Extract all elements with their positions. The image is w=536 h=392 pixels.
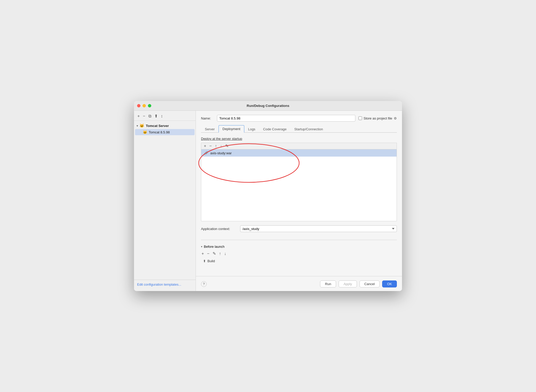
run-button[interactable]: Run (320, 280, 336, 287)
bl-edit-button[interactable]: ✎ (212, 251, 216, 256)
apply-button[interactable]: Apply (339, 280, 357, 287)
store-row: Store as project file ⚙ (358, 116, 397, 120)
deploy-move-down-button[interactable]: ↓ (220, 144, 223, 148)
maximize-button[interactable] (148, 104, 151, 107)
deploy-remove-button[interactable]: − (209, 144, 212, 148)
before-launch-section: ▾ Before launch + − ✎ ↑ ↓ ⬆ Build (201, 245, 397, 264)
deployment-section: Deploy at the server startup + − ↑ ↓ ✎ 🔗… (201, 137, 397, 221)
cancel-button[interactable]: Cancel (359, 280, 380, 287)
name-label: Name: (201, 116, 214, 120)
divider (201, 240, 397, 240)
name-row: Name: Store as project file ⚙ (201, 115, 397, 122)
name-input[interactable] (217, 115, 355, 122)
before-launch-toolbar: + − ✎ ↑ ↓ (201, 251, 397, 257)
tab-code-coverage[interactable]: Code Coverage (259, 125, 290, 133)
deploy-list-wrapper: 🔗 axis-study:war (201, 149, 397, 221)
build-icon: ⬆ (203, 259, 206, 263)
deploy-toolbar: + − ↑ ↓ ✎ (201, 143, 397, 149)
bl-add-button[interactable]: + (201, 251, 204, 256)
context-label: Application context: (201, 227, 237, 231)
before-launch-chevron-icon: ▾ (201, 245, 202, 248)
deploy-move-up-button[interactable]: ↑ (214, 144, 217, 148)
window-body: + − ⧉ ⬆ ↕ ▾ 🐱 Tomcat Server 🐱 Tomcat 8.5… (134, 111, 402, 291)
before-launch-header[interactable]: ▾ Before launch (201, 245, 397, 249)
sidebar-footer: Edit configuration templates... (134, 280, 196, 289)
help-icon: ? (203, 282, 205, 286)
gear-icon[interactable]: ⚙ (394, 116, 397, 120)
deploy-add-button[interactable]: + (203, 144, 207, 148)
sidebar: + − ⧉ ⬆ ↕ ▾ 🐱 Tomcat Server 🐱 Tomcat 8.5… (134, 111, 196, 291)
tomcat-item-icon: 🐱 (143, 130, 147, 134)
tabs-bar: Server Deployment Logs Code Coverage Sta… (201, 125, 397, 133)
move-config-button[interactable]: ⬆ (154, 114, 158, 118)
window-controls (137, 104, 151, 107)
tab-logs[interactable]: Logs (244, 125, 259, 133)
tab-server[interactable]: Server (201, 125, 219, 133)
sidebar-item-tomcat[interactable]: 🐱 Tomcat 8.5.98 (135, 129, 195, 135)
remove-config-button[interactable]: − (142, 114, 146, 118)
war-icon: 🔗 (204, 151, 208, 155)
sidebar-item-tomcat-label: Tomcat 8.5.98 (149, 130, 170, 134)
tomcat-server-group: ▾ 🐱 Tomcat Server 🐱 Tomcat 8.5.98 (134, 122, 196, 136)
tomcat-group-icon: 🐱 (139, 123, 144, 128)
context-select[interactable]: /axis_study (240, 225, 397, 232)
deploy-edit-button[interactable]: ✎ (225, 144, 229, 148)
deploy-section-label: Deploy at the server startup (201, 137, 397, 141)
close-button[interactable] (137, 104, 140, 107)
bl-move-down-button[interactable]: ↓ (224, 251, 227, 256)
add-config-button[interactable]: + (137, 114, 140, 118)
store-project-checkbox[interactable] (358, 116, 362, 120)
store-project-label: Store as project file (364, 116, 392, 120)
titlebar: Run/Debug Configurations (134, 101, 402, 111)
bl-remove-button[interactable]: − (206, 251, 210, 256)
window-title: Run/Debug Configurations (247, 104, 289, 108)
main-panel: Name: Store as project file ⚙ Server Dep… (196, 111, 402, 276)
footer-buttons: ? Run Apply Cancel OK (196, 276, 402, 291)
sidebar-toolbar: + − ⧉ ⬆ ↕ (134, 113, 196, 121)
context-row: Application context: /axis_study (201, 225, 397, 232)
tomcat-server-group-header[interactable]: ▾ 🐱 Tomcat Server (134, 122, 196, 129)
build-item[interactable]: ⬆ Build (201, 258, 397, 264)
tab-startup-connection[interactable]: Startup/Connection (290, 125, 327, 133)
deploy-list: 🔗 axis-study:war (201, 149, 397, 221)
tab-deployment[interactable]: Deployment (219, 125, 244, 133)
chevron-down-icon: ▾ (137, 124, 138, 127)
tomcat-server-group-label: Tomcat Server (146, 124, 169, 128)
bl-move-up-button[interactable]: ↑ (219, 251, 222, 256)
minimize-button[interactable] (143, 104, 146, 107)
copy-config-button[interactable]: ⧉ (148, 114, 152, 118)
sort-config-button[interactable]: ↕ (160, 114, 164, 118)
ok-button[interactable]: OK (382, 280, 397, 287)
before-launch-label: Before launch (204, 245, 224, 249)
build-item-label: Build (207, 259, 215, 263)
run-debug-dialog: Run/Debug Configurations + − ⧉ ⬆ ↕ ▾ 🐱 T… (134, 101, 402, 291)
deploy-list-item[interactable]: 🔗 axis-study:war (201, 149, 397, 157)
edit-templates-link[interactable]: Edit configuration templates... (137, 283, 181, 286)
deploy-item-label: axis-study:war (210, 151, 232, 155)
help-button[interactable]: ? (201, 281, 207, 287)
